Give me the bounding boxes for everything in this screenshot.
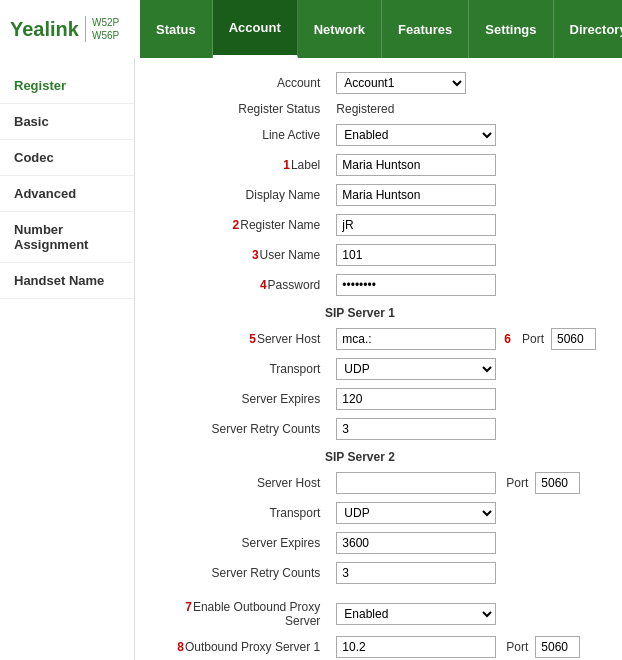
port2-label: Port: [506, 476, 528, 490]
server-expires1-label: Server Expires: [155, 384, 330, 414]
form-table: Account Account1 Register Status Registe…: [155, 68, 602, 660]
server-retry1-cell: [330, 414, 602, 444]
main-layout: Register Basic Codec Advanced NumberAssi…: [0, 58, 622, 660]
header: Yealink W52PW56P Status Account Network …: [0, 0, 622, 58]
port2-input[interactable]: [535, 472, 580, 494]
sidebar-item-advanced[interactable]: Advanced: [0, 176, 134, 212]
register-status-value: Registered: [336, 102, 394, 116]
display-name-label: Display Name: [155, 180, 330, 210]
register-name-num: 2: [233, 218, 240, 232]
logo: Yealink: [10, 18, 79, 41]
password-cell: [330, 270, 602, 300]
server-retry1-input[interactable]: [336, 418, 496, 440]
nav-tabs: Status Account Network Features Settings…: [140, 0, 622, 58]
transport1-select[interactable]: UDP TCP TLS: [336, 358, 496, 380]
enable-proxy-num: 7: [185, 600, 192, 614]
line-active-cell: Enabled Disabled: [330, 120, 602, 150]
enable-proxy-cell: Enabled Disabled: [330, 596, 602, 632]
label-input[interactable]: [336, 154, 496, 176]
password-num: 4: [260, 278, 267, 292]
label-label: 1Label: [155, 150, 330, 180]
register-name-cell: [330, 210, 602, 240]
content-area: Account Account1 Register Status Registe…: [135, 58, 622, 660]
account-label: Account: [155, 68, 330, 98]
model-badge: W52PW56P: [85, 16, 119, 42]
transport1-label: Transport: [155, 354, 330, 384]
tab-directory[interactable]: Directory: [554, 0, 622, 58]
server-host2-label: Server Host: [155, 468, 330, 498]
port1-input[interactable]: [551, 328, 596, 350]
transport1-cell: UDP TCP TLS: [330, 354, 602, 384]
server-host1-input[interactable]: [336, 328, 496, 350]
register-status-cell: Registered: [330, 98, 602, 120]
tab-features[interactable]: Features: [382, 0, 469, 58]
transport2-cell: UDP TCP TLS: [330, 498, 602, 528]
tab-account[interactable]: Account: [213, 0, 298, 58]
tab-network[interactable]: Network: [298, 0, 382, 58]
proxy1-port-input[interactable]: [535, 636, 580, 658]
server-host1-label: 5Server Host: [155, 324, 330, 354]
sip-server2-header: SIP Server 2: [155, 444, 602, 468]
line-active-select[interactable]: Enabled Disabled: [336, 124, 496, 146]
logo-area: Yealink W52PW56P: [0, 0, 140, 58]
server-host1-cell: 6 Port: [330, 324, 602, 354]
sidebar: Register Basic Codec Advanced NumberAssi…: [0, 58, 135, 660]
tab-settings[interactable]: Settings: [469, 0, 553, 58]
server-expires1-input[interactable]: [336, 388, 496, 410]
sidebar-item-number-assignment[interactable]: NumberAssignment: [0, 212, 134, 263]
server-retry2-label: Server Retry Counts: [155, 558, 330, 588]
port-label: Port: [522, 332, 544, 346]
user-name-label: 3User Name: [155, 240, 330, 270]
label-num: 1: [283, 158, 290, 172]
server-host2-cell: Port: [330, 468, 602, 498]
server-host2-input[interactable]: [336, 472, 496, 494]
proxy1-cell: Port: [330, 632, 602, 660]
transport2-select[interactable]: UDP TCP TLS: [336, 502, 496, 524]
display-name-cell: [330, 180, 602, 210]
server-expires1-cell: [330, 384, 602, 414]
transport2-label: Transport: [155, 498, 330, 528]
account-select[interactable]: Account1: [336, 72, 466, 94]
password-label: 4Password: [155, 270, 330, 300]
user-name-input[interactable]: [336, 244, 496, 266]
proxy1-label: 8Outbound Proxy Server 1: [155, 632, 330, 660]
sip-server1-header: SIP Server 1: [155, 300, 602, 324]
tab-status[interactable]: Status: [140, 0, 213, 58]
proxy1-num: 8: [177, 640, 184, 654]
line-active-label: Line Active: [155, 120, 330, 150]
proxy1-input[interactable]: [336, 636, 496, 658]
label-cell: [330, 150, 602, 180]
server-expires2-label: Server Expires: [155, 528, 330, 558]
enable-proxy-label: 7Enable Outbound Proxy Server: [155, 596, 330, 632]
proxy1-port-label: Port: [506, 640, 528, 654]
display-name-input[interactable]: [336, 184, 496, 206]
server-expires2-input[interactable]: [336, 532, 496, 554]
sidebar-item-handset-name[interactable]: Handset Name: [0, 263, 134, 299]
server-retry1-label: Server Retry Counts: [155, 414, 330, 444]
register-status-label: Register Status: [155, 98, 330, 120]
user-name-num: 3: [252, 248, 259, 262]
register-name-input[interactable]: [336, 214, 496, 236]
sidebar-item-codec[interactable]: Codec: [0, 140, 134, 176]
server-expires2-cell: [330, 528, 602, 558]
server-host-num: 5: [249, 332, 256, 346]
register-name-label: 2Register Name: [155, 210, 330, 240]
account-field-cell: Account1: [330, 68, 602, 98]
sidebar-item-basic[interactable]: Basic: [0, 104, 134, 140]
port-num: 6: [504, 332, 511, 346]
enable-proxy-select[interactable]: Enabled Disabled: [336, 603, 496, 625]
password-input[interactable]: [336, 274, 496, 296]
server-retry2-input[interactable]: [336, 562, 496, 584]
server-retry2-cell: [330, 558, 602, 588]
user-name-cell: [330, 240, 602, 270]
sidebar-item-register[interactable]: Register: [0, 68, 134, 104]
